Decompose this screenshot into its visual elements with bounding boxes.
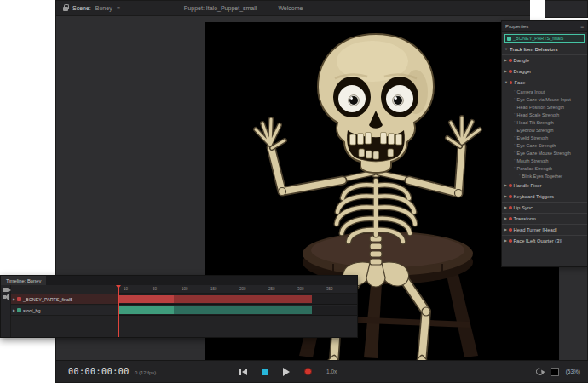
background-color-swatch[interactable] [551,368,559,376]
behavior-label: Transform [514,216,536,221]
face-param-head-position[interactable]: ◦Head Position Strength [502,103,587,111]
chevron-right-icon[interactable]: ▶ [504,70,507,73]
audio-toggle-icon[interactable] [3,295,6,299]
top-menu-bar: Scene: Boney ≡ Puppet: Italo_Puppet_smal… [56,1,531,16]
transport-bar: 00:00:00:00 0 (12 fps) 1.0x (53%) [56,360,588,382]
behavior-badge-icon [509,228,512,232]
zoom-level[interactable]: (53%) [566,369,580,374]
skeleton-arm-left [271,147,343,196]
welcome-tab[interactable]: Welcome [278,5,303,11]
face-param-blink-eyes-together[interactable]: ◦Blink Eyes Together [502,172,587,180]
page: Scene: Boney ≡ Puppet: Italo_Puppet_smal… [0,0,588,383]
behavior-head-turner[interactable]: ▶ Head Turner [Head] [502,224,587,235]
behavior-handle-fixer[interactable]: ▶ Handle Fixer [502,180,587,191]
behavior-dangle[interactable]: ▶ Dangle [502,54,587,66]
bullet-icon: ◦ [514,120,516,124]
face-param-head-scale[interactable]: ◦Head Scale Strength [502,111,587,118]
track-lane-boney[interactable] [118,294,357,305]
behavior-badge-icon [509,217,512,220]
track-header-boney[interactable]: ▶ _BONEY_PARTS_final5 [11,294,118,305]
face-param-mouth[interactable]: ◦Mouth Strength [502,157,587,164]
playback-speed[interactable]: 1.0x [326,369,337,374]
track-name: _BONEY_PARTS_final5 [23,297,72,302]
track-header-stool[interactable]: ▶ stool_bg [11,306,118,316]
playhead[interactable] [118,285,119,337]
scene-menu-icon[interactable]: ≡ [117,5,120,11]
puppet-tab[interactable]: Puppet: Italo_Puppet_small [184,5,257,11]
behavior-lip-sync[interactable]: ▶ Lip Sync [502,202,587,213]
behavior-face-left-quarter[interactable]: ▶ Face [Left Quarter (3)] [502,235,587,246]
chevron-right-icon[interactable]: ▶ [504,217,507,220]
timeline-toolbar [1,285,11,337]
selected-puppet-row[interactable]: _BONEY_PARTS_final5 [504,34,585,43]
behavior-badge-icon [509,195,512,198]
bullet-icon: ◦ [514,166,516,170]
bullet-icon: ◦ [514,158,516,163]
ruler-label: 100 [182,287,188,291]
behavior-badge-icon [509,59,512,62]
video-toggle-icon[interactable] [3,288,9,292]
ruler-label: 350 [326,287,333,291]
face-param-parallax[interactable]: ◦Parallax Strength [502,164,587,172]
chevron-right-icon[interactable]: ▶ [13,298,15,301]
bullet-icon: ◦ [514,97,516,101]
skeleton-hand-left [256,119,285,148]
chevron-right-icon[interactable]: ▶ [504,59,507,62]
panel-menu-icon[interactable]: ≡ [580,24,584,30]
face-param-eyelid[interactable]: ◦Eyelid Strength [502,134,587,141]
behavior-label: Lip Sync [514,205,533,210]
loop-icon[interactable] [534,366,545,377]
behavior-dragger[interactable]: ▶ Dragger [502,66,587,77]
puppet-track-icon [17,297,21,301]
chevron-right-icon[interactable]: ▶ [504,228,507,232]
behavior-face[interactable]: ▼ Face [502,77,587,88]
track-bar-highlight [118,295,174,303]
bullet-icon: ◦ [514,151,516,155]
frame-info: 0 (12 fps) [135,370,156,375]
behavior-keyboard-triggers[interactable]: ▶ Keyboard Triggers [502,191,587,202]
play-button[interactable] [283,368,290,376]
behavior-label: Face [Left Quarter (3)] [514,238,562,243]
skeleton-skull[interactable] [318,34,434,173]
behavior-badge-icon [509,70,512,73]
track-lane-stool[interactable] [118,306,357,316]
track-row-boney: ▶ _BONEY_PARTS_final5 [11,294,357,305]
ruler-label: 50 [153,287,157,291]
face-param-eye-gaze[interactable]: ◦Eye Gaze Strength [502,141,587,149]
ruler-label: 150 [210,287,217,291]
track-name: stool_bg [23,308,40,313]
behavior-label: Dragger [514,69,532,74]
properties-tab[interactable]: Properties [505,24,528,29]
stop-button[interactable] [262,369,268,375]
behaviors-header-row[interactable]: ▼ Track Item Behaviors [502,44,587,54]
skeleton-hand-right [447,117,480,146]
behavior-label: Keyboard Triggers [514,194,554,199]
chevron-down-icon[interactable]: ▼ [504,81,508,84]
track-row-stool: ▶ stool_bg [11,306,357,316]
bullet-icon: ◦ [519,174,521,178]
scene-name[interactable]: Boney [95,5,112,11]
bullet-icon: ◦ [514,105,516,109]
chevron-right-icon[interactable]: ▶ [504,184,507,187]
chevron-right-icon[interactable]: ▶ [13,309,15,312]
face-param-eyebrow[interactable]: ◦Eyebrow Strength [502,126,587,134]
track-bar-stool[interactable] [118,306,312,314]
face-param-eye-gaze-mouse[interactable]: ◦Eye Gaze Mouse Strength [502,149,587,157]
chevron-right-icon[interactable]: ▶ [504,195,507,198]
behavior-transform[interactable]: ▶ Transform [502,213,587,224]
bullet-icon: ◦ [514,128,516,132]
face-param-eye-gaze-via-mouse[interactable]: ◦Eye Gaze via Mouse Input [502,95,587,103]
chevron-right-icon[interactable]: ▶ [504,206,507,209]
track-bar-highlight [118,306,174,314]
face-param-camera-input[interactable]: ◦Camera Input [502,88,587,95]
face-param-head-tilt[interactable]: ◦Head Tilt Strength [502,118,587,126]
track-bar-boney[interactable] [118,295,312,303]
timeline-tab[interactable]: Timeline: Boney [1,276,46,285]
record-button[interactable] [304,368,312,375]
timeline-ruler[interactable]: 10 50 100 150 200 250 300 350 [118,285,357,294]
skip-to-start-button[interactable] [239,369,247,375]
puppet-icon [507,37,511,41]
timeline-panel: Timeline: Boney 10 50 100 150 200 250 30… [0,275,358,338]
chevron-right-icon[interactable]: ▶ [504,239,507,243]
layer-track-icon [17,308,21,312]
